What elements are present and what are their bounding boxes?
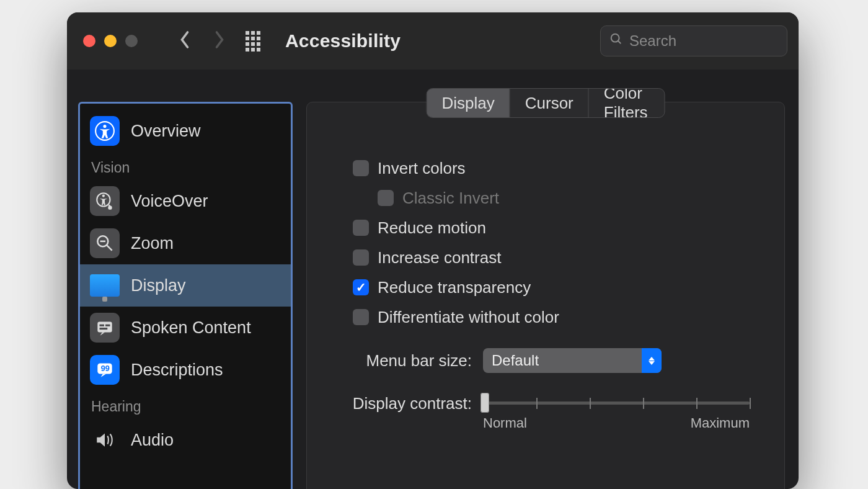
- chevron-right-icon: [214, 30, 225, 52]
- close-window-button[interactable]: [83, 35, 95, 47]
- search-placeholder: Search: [629, 32, 676, 50]
- label-reduce-transparency: Reduce transparency: [378, 278, 531, 297]
- svg-rect-11: [100, 325, 104, 326]
- accessibility-icon: [90, 116, 120, 146]
- svg-point-0: [611, 34, 619, 42]
- tab-color-filters[interactable]: Color Filters: [588, 89, 665, 117]
- select-value: Default: [492, 352, 539, 369]
- chevron-left-icon: [179, 30, 190, 52]
- svg-point-6: [108, 205, 112, 209]
- window-controls: [83, 35, 138, 47]
- svg-point-3: [103, 125, 106, 128]
- sidebar-item-label: Spoken Content: [131, 318, 251, 338]
- select-menu-bar-size[interactable]: Default: [483, 348, 662, 373]
- audio-icon: [90, 425, 120, 455]
- slider-max-label: Maximum: [691, 415, 750, 431]
- settings-panel: Display Cursor Color Filters Invert colo…: [306, 102, 785, 489]
- spoken-content-icon: [90, 313, 120, 343]
- checkbox-classic-invert: [378, 190, 394, 206]
- titlebar: Accessibility Search: [67, 12, 799, 70]
- row-classic-invert: Classic Invert: [378, 183, 760, 213]
- row-display-contrast: Display contrast:: [344, 394, 760, 431]
- label-classic-invert: Classic Invert: [402, 189, 499, 208]
- svg-rect-13: [100, 328, 108, 330]
- tab-display[interactable]: Display: [427, 89, 510, 117]
- checkbox-reduce-transparency[interactable]: [353, 279, 369, 295]
- svg-line-8: [107, 245, 112, 251]
- sidebar-item-zoom[interactable]: Zoom: [80, 222, 291, 264]
- show-all-button[interactable]: [246, 31, 265, 52]
- forward-button: [207, 29, 232, 53]
- zoom-window-button: [125, 35, 138, 47]
- slider-display-contrast[interactable]: [483, 394, 750, 411]
- tab-cursor[interactable]: Cursor: [510, 89, 588, 117]
- sidebar-item-audio[interactable]: Audio: [80, 419, 291, 461]
- voiceover-icon: [90, 186, 120, 216]
- sidebar-item-spoken-content[interactable]: Spoken Content: [80, 307, 291, 349]
- sidebar-section-hearing: Hearing: [80, 391, 291, 419]
- svg-rect-10: [97, 321, 112, 332]
- label-menu-bar-size: Menu bar size:: [344, 351, 472, 370]
- row-invert-colors: Invert colors: [353, 153, 760, 183]
- tab-bar: Display Cursor Color Filters: [427, 88, 665, 118]
- sidebar: Overview Vision VoiceOver Zoom Display: [78, 102, 293, 489]
- row-increase-contrast: Increase contrast: [353, 243, 760, 272]
- sidebar-item-label: Descriptions: [131, 361, 223, 380]
- slider-min-label: Normal: [483, 415, 527, 431]
- row-menu-bar-size: Menu bar size: Default: [344, 348, 760, 373]
- checkbox-increase-contrast[interactable]: [353, 249, 369, 266]
- row-reduce-motion: Reduce motion: [353, 213, 760, 243]
- svg-text:99: 99: [101, 364, 110, 373]
- preferences-window: Accessibility Search Overview Vision Voi: [67, 12, 799, 489]
- row-differentiate-without-color: Differentiate without color: [353, 302, 760, 332]
- sidebar-item-label: VoiceOver: [131, 192, 208, 211]
- display-icon: [90, 274, 120, 297]
- sidebar-item-label: Zoom: [131, 234, 174, 253]
- svg-rect-12: [105, 325, 110, 326]
- minimize-window-button[interactable]: [104, 35, 117, 47]
- label-differentiate-without-color: Differentiate without color: [378, 308, 559, 327]
- label-reduce-motion: Reduce motion: [378, 218, 486, 238]
- content-area: Display Cursor Color Filters Invert colo…: [293, 70, 799, 489]
- checkbox-differentiate-without-color[interactable]: [353, 309, 369, 325]
- window-title: Accessibility: [285, 30, 401, 52]
- stepper-icon: [642, 348, 662, 373]
- back-button[interactable]: [172, 29, 197, 53]
- checkbox-group: Invert colors Classic Invert Reduce moti…: [353, 153, 760, 332]
- descriptions-icon: 99: [90, 355, 120, 385]
- sidebar-item-label: Display: [131, 276, 186, 295]
- zoom-icon: [90, 228, 120, 258]
- sidebar-item-display[interactable]: Display: [80, 264, 291, 307]
- sidebar-item-label: Audio: [131, 431, 174, 450]
- sidebar-item-overview[interactable]: Overview: [80, 110, 291, 152]
- svg-line-1: [618, 41, 621, 44]
- checkbox-reduce-motion[interactable]: [353, 220, 369, 236]
- search-icon: [609, 32, 623, 50]
- label-invert-colors: Invert colors: [378, 159, 466, 178]
- sidebar-section-vision: Vision: [80, 152, 291, 180]
- label-display-contrast: Display contrast:: [344, 394, 472, 413]
- sidebar-item-label: Overview: [131, 122, 201, 141]
- sidebar-item-voiceover[interactable]: VoiceOver: [80, 180, 291, 222]
- row-reduce-transparency: Reduce transparency: [353, 272, 760, 302]
- label-increase-contrast: Increase contrast: [378, 248, 501, 267]
- slider-thumb[interactable]: [480, 393, 489, 413]
- sidebar-item-descriptions[interactable]: 99 Descriptions: [80, 349, 291, 391]
- search-field[interactable]: Search: [600, 25, 787, 56]
- svg-point-5: [102, 194, 105, 197]
- checkbox-invert-colors[interactable]: [353, 160, 369, 176]
